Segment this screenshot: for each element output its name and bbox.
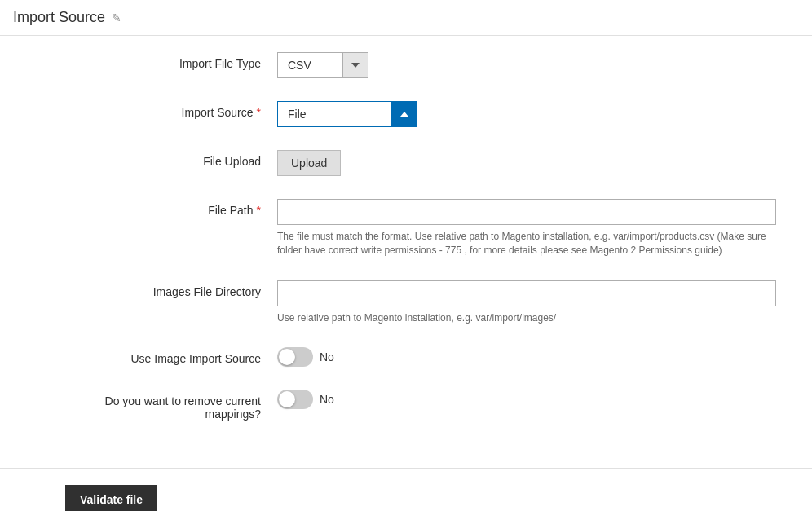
file-path-required: * bbox=[257, 204, 261, 217]
file-upload-field: Upload bbox=[277, 150, 799, 176]
use-image-import-source-row: Use Image Import Source No bbox=[65, 347, 812, 367]
images-directory-label: Images File Directory bbox=[65, 280, 277, 298]
use-image-import-source-toggle-label: No bbox=[320, 350, 334, 363]
import-source-field: File bbox=[277, 101, 799, 127]
use-image-import-source-label: Use Image Import Source bbox=[65, 347, 277, 365]
use-image-import-source-field: No bbox=[277, 347, 799, 367]
use-image-import-source-toggle[interactable] bbox=[277, 347, 313, 367]
file-upload-label: File Upload bbox=[65, 150, 277, 168]
file-path-field: The file must match the format. Use rela… bbox=[277, 199, 799, 258]
import-file-type-dropdown-btn[interactable] bbox=[342, 52, 368, 78]
remove-mappings-label: Do you want to remove current mappings? bbox=[65, 390, 277, 421]
images-directory-help: Use relative path to Magento installatio… bbox=[277, 311, 776, 325]
import-file-type-field: CSV bbox=[277, 52, 799, 78]
file-upload-row: File Upload Upload bbox=[65, 150, 812, 176]
import-source-label: Import Source* bbox=[65, 101, 277, 119]
file-path-help: The file must match the format. Use rela… bbox=[277, 230, 776, 258]
edit-icon[interactable]: ✎ bbox=[112, 11, 121, 24]
images-directory-input[interactable] bbox=[277, 280, 776, 306]
import-source-value: File bbox=[277, 101, 391, 127]
remove-mappings-field: No bbox=[277, 390, 799, 409]
import-source-required: * bbox=[257, 106, 261, 119]
chevron-up-icon bbox=[400, 112, 408, 117]
import-file-type-value: CSV bbox=[277, 52, 342, 78]
file-path-row: File Path* The file must match the forma… bbox=[65, 199, 812, 258]
validate-file-button[interactable]: Validate file bbox=[65, 485, 157, 511]
page-title: Import Source bbox=[13, 9, 105, 26]
import-file-type-label: Import File Type bbox=[65, 52, 277, 70]
remove-mappings-toggle[interactable] bbox=[277, 390, 313, 409]
images-directory-row: Images File Directory Use relative path … bbox=[65, 280, 812, 325]
footer: Validate file bbox=[0, 468, 812, 511]
file-path-input[interactable] bbox=[277, 199, 776, 225]
images-directory-field: Use relative path to Magento installatio… bbox=[277, 280, 799, 325]
chevron-down-icon bbox=[351, 63, 360, 68]
import-file-type-row: Import File Type CSV bbox=[65, 52, 812, 78]
remove-mappings-row: Do you want to remove current mappings? … bbox=[65, 390, 812, 421]
remove-mappings-toggle-label: No bbox=[320, 393, 334, 406]
page-header: Import Source ✎ bbox=[0, 0, 812, 36]
upload-button[interactable]: Upload bbox=[277, 150, 341, 176]
file-path-label: File Path* bbox=[65, 199, 277, 217]
import-source-dropdown-btn[interactable] bbox=[391, 101, 417, 127]
import-source-row: Import Source* File bbox=[65, 101, 812, 127]
form-container: Import File Type CSV Import Source* File bbox=[0, 36, 812, 460]
